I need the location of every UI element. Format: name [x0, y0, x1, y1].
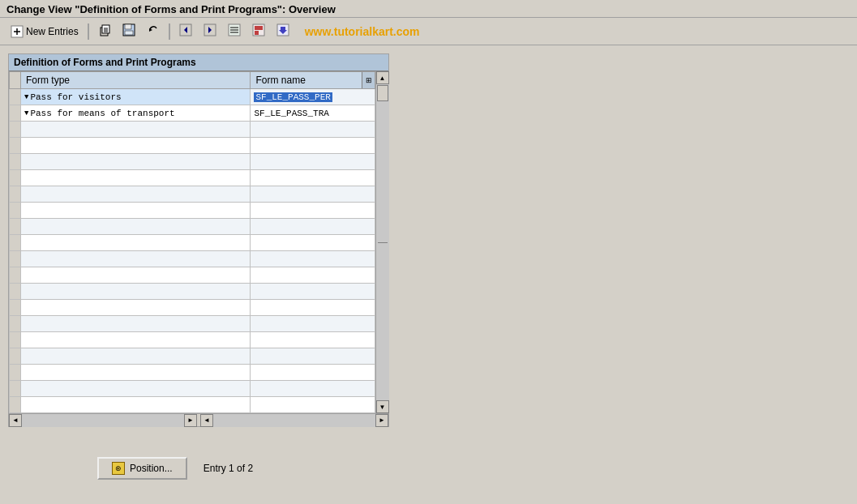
scroll-right-btn-2[interactable]: ► [375, 414, 388, 427]
row-selector-cell [10, 348, 21, 365]
back-button[interactable] [175, 21, 196, 41]
form-type-cell[interactable] [21, 267, 251, 284]
row-selector-cell [10, 154, 21, 170]
back-icon [179, 23, 192, 39]
row-selector-cell [10, 105, 21, 122]
form-type-cell[interactable] [21, 251, 251, 267]
form-type-cell[interactable] [21, 316, 251, 332]
form-name-cell[interactable] [251, 170, 375, 186]
scroll-track-h2[interactable] [213, 414, 375, 427]
new-entries-label: New Entries [26, 26, 79, 37]
form-type-cell[interactable] [21, 348, 251, 365]
forward-icon [204, 23, 216, 39]
form-name-cell[interactable] [251, 267, 375, 284]
form-type-cell[interactable] [21, 397, 251, 413]
panel: Definition of Forms and Print Programs F… [8, 53, 389, 427]
form-type-cell[interactable] [21, 381, 251, 397]
form-name-cell[interactable] [251, 219, 375, 235]
table-row[interactable]: ▼Pass for visitorsSF_LE_PASS_PER [10, 89, 375, 105]
scroll-track-h1[interactable] [22, 414, 184, 427]
toolbar-btn-extra3[interactable] [272, 21, 294, 41]
column-resize-icon[interactable]: ⊞ [362, 72, 375, 88]
form-name-cell[interactable] [251, 186, 375, 203]
table-row[interactable] [10, 138, 375, 154]
save-button[interactable] [118, 21, 139, 41]
form-type-cell[interactable] [21, 365, 251, 381]
form-type-cell[interactable] [21, 122, 251, 138]
table-row[interactable] [10, 365, 375, 381]
form-name-cell[interactable] [251, 203, 375, 219]
table-row[interactable] [10, 381, 375, 397]
dropdown-arrow-icon[interactable]: ▼ [24, 93, 28, 101]
table-row[interactable] [10, 300, 375, 316]
form-name-cell[interactable]: SF_LE_PASS_PER [251, 89, 375, 105]
form-name-cell[interactable] [251, 381, 375, 397]
form-name-cell[interactable] [251, 154, 375, 170]
scroll-thumb-v[interactable] [377, 85, 388, 101]
table-row[interactable] [10, 348, 375, 365]
undo-button[interactable] [143, 21, 164, 41]
form-type-cell[interactable] [21, 284, 251, 300]
table-row[interactable] [10, 122, 375, 138]
form-type-cell[interactable] [21, 186, 251, 203]
vertical-scrollbar: ▲ ▼ [375, 71, 388, 413]
form-name-cell[interactable] [251, 235, 375, 251]
scroll-up-button[interactable]: ▲ [376, 71, 389, 84]
form-name-cell[interactable] [251, 348, 375, 365]
table-row[interactable] [10, 203, 375, 219]
table-row[interactable] [10, 332, 375, 348]
form-name-cell[interactable] [251, 122, 375, 138]
table-row[interactable] [10, 284, 375, 300]
scroll-left-btn-2[interactable]: ◄ [200, 414, 213, 427]
form-type-cell[interactable]: ▼Pass for visitors [21, 89, 251, 105]
col-form-type-header: Form type [21, 72, 251, 89]
table-row[interactable] [10, 186, 375, 203]
form-type-cell[interactable] [21, 154, 251, 170]
table-row[interactable] [10, 251, 375, 267]
export-icon [276, 23, 289, 39]
dropdown-arrow-icon[interactable]: ▼ [24, 109, 28, 117]
copy-button[interactable] [94, 21, 115, 41]
form-type-cell[interactable]: ▼Pass for means of transport [21, 105, 251, 122]
scroll-right-btn-1[interactable]: ► [184, 414, 197, 427]
scroll-track-v[interactable] [376, 84, 389, 400]
position-button[interactable]: ⊛ Position... [97, 457, 187, 480]
toolbar-btn-extra1[interactable] [224, 21, 245, 41]
form-type-cell[interactable] [21, 300, 251, 316]
form-name-cell[interactable] [251, 332, 375, 348]
form-type-cell[interactable] [21, 332, 251, 348]
table-row[interactable] [10, 397, 375, 413]
table-row[interactable] [10, 154, 375, 170]
form-name-cell[interactable] [251, 316, 375, 332]
table-row[interactable] [10, 316, 375, 332]
form-type-cell[interactable] [21, 170, 251, 186]
form-type-cell[interactable] [21, 219, 251, 235]
table-row[interactable]: ▼Pass for means of transportSF_LE_PASS_T… [10, 105, 375, 122]
table-row[interactable] [10, 219, 375, 235]
table-row[interactable] [10, 267, 375, 284]
scroll-left-btn-1[interactable]: ◄ [9, 414, 22, 427]
table-row[interactable] [10, 170, 375, 186]
form-name-cell[interactable] [251, 365, 375, 381]
form-name-cell[interactable] [251, 251, 375, 267]
new-entries-button[interactable]: New Entries [6, 23, 83, 41]
forward-button[interactable] [199, 21, 221, 41]
form-name-cell[interactable] [251, 300, 375, 316]
row-selector-cell [10, 397, 21, 413]
form-type-cell[interactable] [21, 138, 251, 154]
row-selector-cell [10, 219, 21, 235]
form-type-cell[interactable] [21, 235, 251, 251]
title-bar: Change View "Definition of Forms and Pri… [0, 0, 857, 18]
save-icon [122, 23, 135, 39]
form-name-cell[interactable]: SF_LE_PASS_TRA [251, 105, 375, 122]
row-selector-cell [10, 267, 21, 284]
toolbar-btn-extra2[interactable] [248, 21, 269, 41]
svg-rect-22 [259, 26, 263, 30]
table-row[interactable] [10, 235, 375, 251]
row-selector-header [10, 72, 21, 89]
form-name-cell[interactable] [251, 284, 375, 300]
form-name-cell[interactable] [251, 397, 375, 413]
form-name-cell[interactable] [251, 138, 375, 154]
form-type-cell[interactable] [21, 203, 251, 219]
scroll-down-button[interactable]: ▼ [376, 400, 389, 413]
